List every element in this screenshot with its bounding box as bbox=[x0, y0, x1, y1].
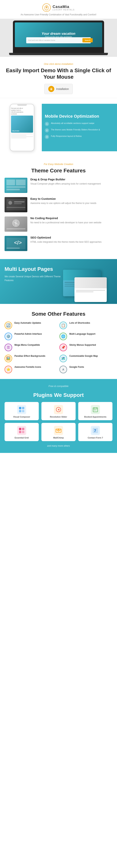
other-feature-title-8: Customizable Google Map bbox=[69, 355, 112, 357]
other-feature-title-3: Powerful Admin Interface bbox=[14, 333, 58, 335]
logo-name: CasaMia bbox=[53, 5, 75, 9]
core-feature-desc-1: Visual Composer plugin offers amazing to… bbox=[30, 182, 112, 186]
feature-text-3: Fully Responsive layout & Retina bbox=[51, 135, 82, 137]
plugin-label-4: Essential Grid bbox=[14, 437, 29, 439]
other-features-title: Some Other Features bbox=[5, 311, 112, 317]
svg-rect-5 bbox=[16, 180, 25, 185]
plugin-label-6: Contact Form 7 bbox=[88, 437, 103, 439]
mobile-section: Find and rent villa or vacation home in … bbox=[0, 98, 117, 157]
other-feature-info-4: Multi Language Support bbox=[69, 333, 112, 336]
laptop-screen: Your dream vacation Find out the best vi… bbox=[15, 23, 102, 47]
plugins-section: Free & compatible Plugins We Support Vis… bbox=[0, 379, 117, 453]
mobile-info: Mobile Device Optimization 1 Absolutely … bbox=[42, 104, 117, 151]
other-feature-info-10: Google Fonts bbox=[69, 366, 112, 369]
other-feature-item-10: A Google Fonts bbox=[59, 366, 112, 373]
other-feature-info-5: Mega Menu Compatible bbox=[14, 344, 58, 347]
phone-content: Find and rent villa or vacation home in … bbox=[10, 106, 34, 140]
svg-rect-30 bbox=[94, 410, 95, 410]
one-click-italic-label: One click demo installation bbox=[5, 63, 112, 65]
search-bar-mock: Find and rent villa or vacation home Sea… bbox=[26, 37, 91, 43]
header-tagline: An Awesome User-Friendly Combination of … bbox=[21, 13, 96, 16]
plugin-label-2: Revolution Slider bbox=[50, 416, 67, 418]
other-feature-icon-5: ☰ bbox=[5, 344, 12, 351]
laptop-base bbox=[9, 53, 108, 55]
other-feature-title-1: Easy Automatic Updates bbox=[14, 321, 58, 324]
plugin-label-1: Visual Composer bbox=[13, 416, 30, 418]
search-placeholder-text: Find and rent villa or vacation home bbox=[28, 39, 89, 41]
other-feature-icon-1: 🔄 bbox=[5, 321, 12, 329]
svg-rect-7 bbox=[6, 189, 20, 190]
phone-line-2 bbox=[11, 135, 26, 136]
svg-text:7: 7 bbox=[94, 429, 96, 433]
svg-point-9 bbox=[8, 201, 12, 205]
phone-line-1 bbox=[11, 133, 33, 134]
plugin-item-3: Booked Appointments bbox=[78, 402, 112, 420]
core-feature-img-3: ⊘ bbox=[5, 216, 27, 232]
feature-text-2: The theme uses Mobile Friendly Sliders R… bbox=[51, 128, 100, 131]
core-feature-img-1 bbox=[5, 178, 27, 193]
other-feature-item-5: ☰ Mega Menu Compatible bbox=[5, 344, 58, 351]
other-feature-item-2: 📋 Lots of Shortcodes bbox=[59, 321, 112, 329]
other-feature-icon-10: A bbox=[59, 366, 67, 373]
core-feature-img-4: </> bbox=[5, 236, 27, 251]
core-feature-info-4: SEO Optimized HTML code integrated into … bbox=[30, 236, 112, 244]
logo-area: CasaMia Luxury Rentals bbox=[42, 3, 75, 12]
multi-layout-title: Multi Layout Pages bbox=[5, 266, 61, 272]
other-feature-info-8: Customizable Google Map bbox=[69, 355, 112, 358]
other-feature-icon-4: 🌐 bbox=[59, 333, 67, 340]
svg-rect-32 bbox=[19, 428, 21, 430]
feature-text-1: Absolutely all scrollable sections suppo… bbox=[51, 122, 94, 125]
svg-rect-23 bbox=[19, 410, 21, 412]
core-feature-desc-4: HTML code integrated into the theme meet… bbox=[30, 240, 112, 244]
multi-layout-section: Multi Layout Pages We create Several Uni… bbox=[0, 259, 117, 304]
phone-mockup-area: Find and rent villa or vacation home in … bbox=[0, 104, 42, 151]
phone-frame: Find and rent villa or vacation home in … bbox=[10, 104, 34, 151]
mobile-feature-3: 3 Fully Responsive layout & Retina bbox=[45, 135, 113, 139]
plugin-label-5: MailChimp bbox=[53, 437, 64, 439]
svg-rect-11 bbox=[14, 203, 22, 204]
svg-rect-10 bbox=[14, 201, 25, 203]
core-feature-desc-3: No need to be a professional web develop… bbox=[30, 221, 112, 224]
phone-text-2: vacation home in bbox=[11, 110, 21, 111]
phone-text-3: 150,000 destinations bbox=[11, 112, 23, 113]
installation-label: Installation bbox=[56, 87, 69, 90]
plugin-item-6: 7 Contact Form 7 bbox=[78, 423, 112, 441]
plugin-icon-4 bbox=[17, 426, 26, 435]
svg-rect-12 bbox=[6, 207, 25, 208]
plugins-title: Plugins We Support bbox=[5, 392, 112, 398]
other-feature-item-7: 🖼️ Parallax Effect Backgrounds bbox=[5, 355, 58, 362]
other-features-grid: 🔄 Easy Automatic Updates 📋 Lots of Short… bbox=[5, 321, 112, 373]
svg-rect-22 bbox=[22, 407, 24, 409]
multi-layout-desc: We create Several Unique Demos with Diff… bbox=[5, 275, 61, 282]
core-feature-info-2: Easy to Customize Awesome easy to use op… bbox=[30, 197, 112, 205]
mobile-feature-2: 2 The theme uses Mobile Friendly Sliders… bbox=[45, 128, 113, 132]
core-feature-img-2 bbox=[5, 197, 27, 212]
other-feature-info-7: Parallax Effect Backgrounds bbox=[14, 355, 58, 358]
svg-rect-24 bbox=[22, 410, 24, 412]
feature-num-1: 1 bbox=[45, 122, 49, 126]
other-feature-icon-8: 🗺️ bbox=[59, 355, 67, 362]
phone-text-4: worldwide bbox=[11, 113, 17, 115]
multi-layout-text: Multi Layout Pages We create Several Uni… bbox=[5, 266, 63, 289]
core-features-title: Theme Core Features bbox=[5, 167, 112, 174]
svg-rect-8 bbox=[6, 199, 25, 210]
core-feature-item-4: </> SEO Optimized HTML code integrated i… bbox=[5, 236, 112, 251]
other-feature-title-5: Mega Menu Compatible bbox=[14, 344, 58, 346]
logo-sub: Luxury Rentals bbox=[53, 9, 75, 11]
other-feature-title-2: Lots of Shortcodes bbox=[69, 321, 112, 324]
svg-rect-33 bbox=[22, 428, 24, 430]
feature-num-3: 3 bbox=[45, 135, 49, 139]
svg-rect-34 bbox=[19, 431, 21, 433]
plugins-italic-label: Free & compatible bbox=[5, 385, 112, 388]
plugin-icon-1 bbox=[17, 405, 26, 414]
phone-line-3 bbox=[11, 136, 33, 137]
install-icon bbox=[48, 86, 54, 92]
multi-layout-mockup bbox=[63, 266, 112, 304]
other-feature-icon-2: 📋 bbox=[59, 321, 67, 329]
mobile-feature-1: 1 Absolutely all scrollable sections sup… bbox=[45, 122, 113, 126]
plugin-item-2: Revolution Slider bbox=[41, 402, 76, 420]
core-feature-title-1: Drag & Drop Page Builder bbox=[30, 178, 112, 181]
other-feature-info-3: Powerful Admin Interface bbox=[14, 333, 58, 336]
core-feature-info-3: No Coding Required No need to be a profe… bbox=[30, 216, 112, 224]
core-feature-item-2: Easy to Customize Awesome easy to use op… bbox=[5, 197, 112, 212]
